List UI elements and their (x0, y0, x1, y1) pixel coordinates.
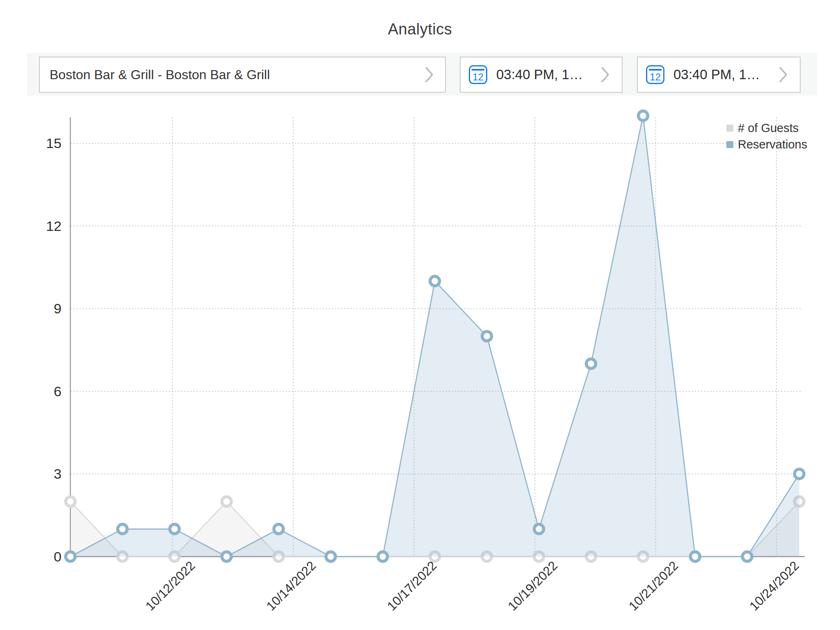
x-tick-label: 10/21/2022 (626, 558, 681, 613)
y-axis-labels: 03691215 (46, 135, 62, 564)
data-point[interactable] (118, 524, 127, 534)
y-tick-label: 12 (46, 218, 62, 234)
x-axis-labels: 10/12/202210/14/202210/17/202210/19/2022… (143, 558, 802, 613)
legend-label-guests: # of Guests (738, 121, 799, 135)
y-tick-label: 9 (54, 301, 62, 316)
chart-legend: # of Guests Reservations (726, 121, 807, 154)
data-point[interactable] (430, 276, 440, 286)
legend-label-reservations: Reservations (738, 138, 807, 151)
data-point[interactable] (534, 524, 543, 534)
x-tick-label: 10/17/2022 (384, 558, 439, 613)
x-tick-label: 10/14/2022 (263, 558, 318, 613)
y-tick-label: 6 (54, 383, 62, 399)
y-tick-label: 15 (46, 135, 62, 151)
y-tick-label: 3 (54, 466, 62, 482)
data-point[interactable] (794, 469, 804, 479)
data-point[interactable] (66, 497, 75, 506)
series-area (71, 116, 799, 557)
data-point[interactable] (378, 552, 388, 562)
data-point[interactable] (326, 552, 336, 562)
guests-swatch (726, 125, 733, 132)
data-point[interactable] (222, 497, 231, 506)
data-point[interactable] (66, 552, 75, 562)
data-point[interactable] (690, 552, 700, 562)
data-point[interactable] (170, 524, 179, 534)
y-tick-label: 0 (54, 549, 62, 564)
data-point[interactable] (274, 524, 283, 534)
data-point[interactable] (222, 552, 231, 562)
reservations-swatch (726, 141, 733, 148)
data-point[interactable] (586, 359, 596, 368)
data-point[interactable] (638, 111, 648, 121)
x-tick-label: 10/19/2022 (505, 558, 560, 613)
legend-item-guests[interactable]: # of Guests (726, 121, 807, 135)
x-tick-label: 10/24/2022 (747, 558, 802, 613)
data-point[interactable] (742, 552, 752, 562)
legend-item-reservations[interactable]: Reservations (726, 138, 807, 151)
data-point[interactable] (482, 331, 492, 341)
x-tick-label: 10/12/2022 (143, 558, 198, 613)
chart-svg: 0369121510/12/202210/14/202210/17/202210… (0, 0, 840, 630)
series-reservations (66, 111, 804, 562)
